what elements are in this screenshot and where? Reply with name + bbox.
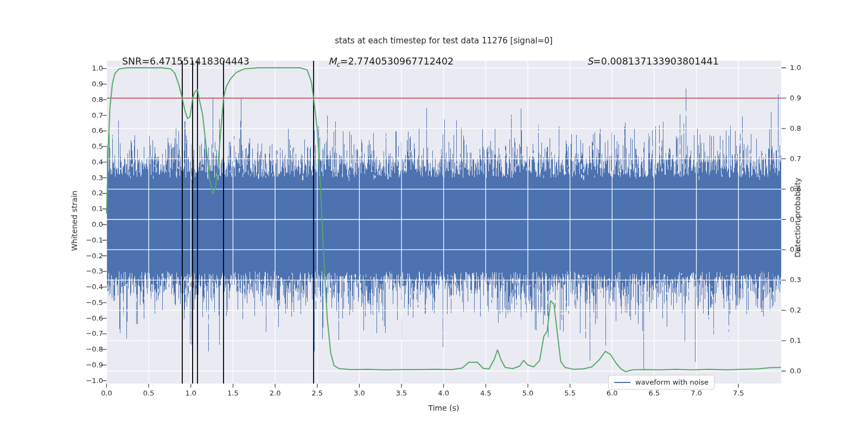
y-tick-label-right: 0.6: [790, 185, 818, 194]
x-tick-label: 6.5: [640, 389, 668, 398]
y-tick-label-right: 0.8: [790, 124, 818, 133]
legend-label: waveform with noise: [635, 378, 709, 386]
x-tick-label: 6.0: [598, 389, 626, 398]
y-tick-label-left: −0.8: [75, 345, 103, 354]
y-tick-label-left: −0.6: [75, 314, 103, 323]
chirp-mass-value: =2.7740530967712402: [340, 56, 454, 67]
x-tick-label: 2.0: [261, 389, 289, 398]
x-tick-label: 4.5: [471, 389, 500, 398]
y-tick-label-right: 0.5: [790, 215, 818, 224]
y-tick-label-left: −0.3: [75, 267, 103, 276]
annotation-s-stat: S=0.008137133903801441: [587, 56, 719, 67]
x-tick-label: 0.0: [93, 389, 121, 398]
y-tick-label-left: 0.4: [75, 158, 103, 167]
chirp-mass-symbol: M: [328, 56, 336, 67]
y-tick-label-right: 0.3: [790, 276, 818, 284]
y-tick-label-right: 0.1: [790, 336, 818, 345]
annotation-snr: SNR=6.471551418304443: [122, 56, 250, 67]
x-tick-label: 7.5: [724, 389, 752, 398]
y-tick-label-left: 0.7: [75, 111, 103, 120]
x-tick-label: 1.5: [219, 389, 247, 398]
y-tick-label-right: 0.2: [790, 306, 818, 315]
y-tick-label-left: −0.9: [75, 361, 103, 369]
y-tick-label-right: 0.0: [790, 367, 818, 375]
y-tick-label-right: 0.4: [790, 245, 818, 254]
chart-title: stats at each timestep for test data 112…: [270, 36, 617, 46]
y-tick-label-left: 0.9: [75, 80, 103, 88]
y-tick-label-left: −0.5: [75, 298, 103, 307]
x-tick-label: 4.0: [430, 389, 458, 398]
s-stat-symbol: S: [587, 56, 593, 67]
x-tick-label: 7.0: [682, 389, 711, 398]
y-tick-label-right: 0.9: [790, 94, 818, 103]
y-tick-label-left: −0.7: [75, 329, 103, 338]
x-tick-label: 1.0: [177, 389, 205, 398]
figure: stats at each timestep for test data 112…: [0, 0, 868, 434]
y-tick-label-left: 0.0: [75, 220, 103, 229]
x-tick-label: 5.5: [556, 389, 584, 398]
y-tick-label-left: 1.0: [75, 64, 103, 73]
legend-line-swatch: [614, 382, 630, 383]
x-tick-label: 3.5: [387, 389, 416, 398]
y-tick-label-left: −0.1: [75, 236, 103, 245]
x-axis-label: Time (s): [379, 404, 509, 412]
legend: waveform with noise: [608, 375, 714, 390]
y-tick-label-left: −0.4: [75, 283, 103, 291]
y-tick-label-left: −0.2: [75, 252, 103, 260]
y-tick-label-right: 1.0: [790, 63, 818, 72]
x-tick-label: 2.5: [303, 389, 331, 398]
y-tick-label-left: 0.8: [75, 95, 103, 104]
x-tick-label: 5.0: [514, 389, 542, 398]
y-tick-label-left: 0.2: [75, 189, 103, 197]
x-tick-label: 3.0: [345, 389, 373, 398]
chirp-mass-subscript: c: [336, 61, 340, 68]
s-stat-value: =0.008137133903801441: [593, 56, 719, 67]
x-tick-label: 0.5: [135, 389, 163, 398]
y-tick-label-left: 0.6: [75, 126, 103, 135]
y-tick-label-left: 0.5: [75, 142, 103, 151]
y-tick-label-right: 0.7: [790, 155, 818, 163]
y-tick-label-left: 0.3: [75, 174, 103, 182]
y-tick-label-left: 0.1: [75, 205, 103, 213]
annotation-chirp-mass: Mc=2.7740530967712402: [328, 56, 454, 68]
y-tick-label-left: −1.0: [75, 376, 103, 385]
